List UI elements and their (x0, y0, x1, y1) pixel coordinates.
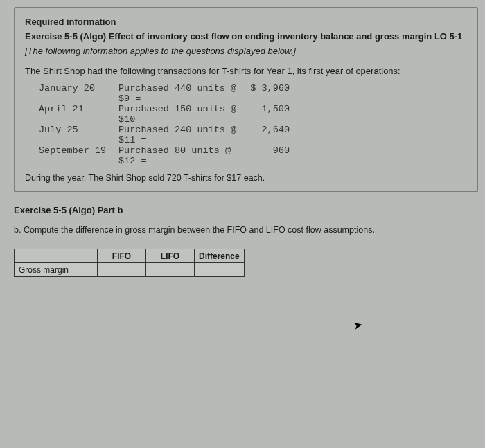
tx-amount: 1,500 (250, 104, 295, 125)
tx-amount: 960 (250, 145, 295, 166)
tx-desc: Purchased 80 units @ $12 = (118, 145, 250, 166)
tx-amount: $ 3,960 (250, 83, 295, 104)
table-row: Gross margin (15, 263, 245, 277)
tx-date: July 25 (39, 125, 118, 145)
transactions-intro: The Shirt Shop had the following transac… (25, 66, 467, 76)
header-diff: Difference (195, 249, 245, 263)
tx-line1: Purchased 240 units @ (118, 125, 236, 135)
tx-date: April 21 (39, 104, 118, 125)
cursor-icon: ➤ (352, 318, 363, 332)
tx-line2: $11 = (118, 135, 147, 145)
header-lifo: LIFO (146, 249, 195, 263)
tx-desc: Purchased 440 units @ $9 = (118, 83, 250, 104)
tx-desc: Purchased 150 units @ $10 = (118, 104, 250, 125)
tx-line2: $10 = (118, 114, 147, 125)
table-row: September 19 Purchased 80 units @ $12 = … (39, 145, 295, 166)
header-fifo: FIFO (98, 249, 146, 263)
fifo-input[interactable] (98, 263, 146, 277)
table-row: January 20 Purchased 440 units @ $9 = $ … (39, 83, 295, 104)
diff-input[interactable] (195, 263, 245, 277)
header-blank (15, 249, 98, 263)
table-header-row: FIFO LIFO Difference (15, 249, 245, 263)
table-row: July 25 Purchased 240 units @ $11 = 2,64… (39, 125, 295, 145)
lifo-input[interactable] (146, 263, 195, 277)
tx-line2: $9 = (118, 93, 141, 104)
tx-line1: Purchased 150 units @ (118, 104, 236, 114)
required-info-heading: Required information (25, 17, 467, 27)
tx-desc: Purchased 240 units @ $11 = (118, 125, 250, 145)
tx-amount: 2,640 (250, 125, 295, 145)
tx-line1: Purchased 80 units @ (118, 145, 231, 156)
tx-date: January 20 (39, 83, 118, 104)
info-panel: Required information Exercise 5-5 (Algo)… (14, 7, 478, 192)
answer-table: FIFO LIFO Difference Gross margin (14, 249, 245, 277)
exercise-title: Exercise 5-5 (Algo) Effect of inventory … (25, 31, 467, 42)
transactions-table: January 20 Purchased 440 units @ $9 = $ … (39, 83, 295, 166)
sold-note: During the year, The Shirt Shop sold 720… (25, 173, 467, 183)
part-b-title: Exercise 5-5 (Algo) Part b (14, 205, 478, 215)
instruction-italic: [The following information applies to th… (25, 46, 467, 56)
row-label: Gross margin (15, 263, 98, 277)
part-b-instruction: b. Compute the difference in gross margi… (14, 225, 478, 235)
tx-line2: $12 = (118, 156, 147, 166)
tx-line1: Purchased 440 units @ (118, 83, 236, 93)
table-row: April 21 Purchased 150 units @ $10 = 1,5… (39, 104, 295, 125)
tx-date: September 19 (39, 145, 118, 166)
